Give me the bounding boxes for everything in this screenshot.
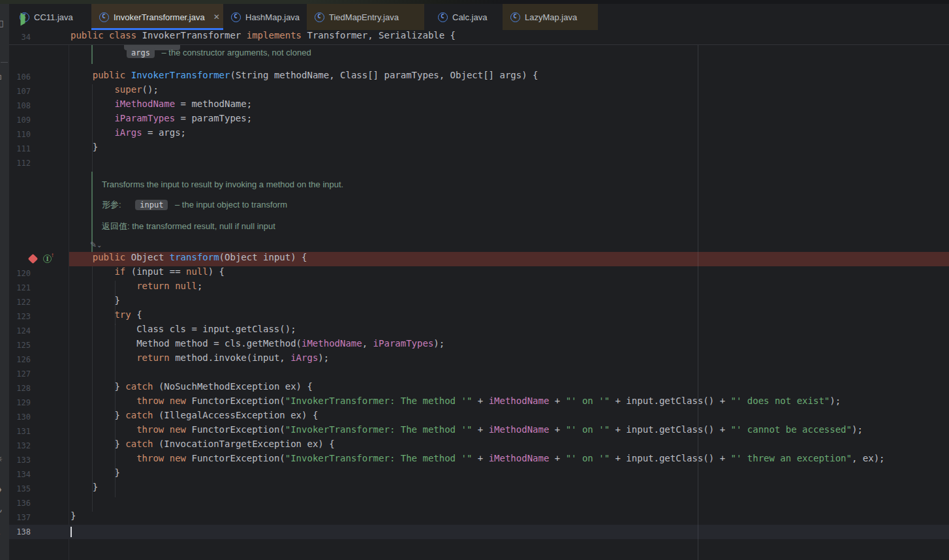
- code-text: } catch (NoSuchMethodException ex) {: [70, 381, 313, 392]
- line-number[interactable]: 111: [9, 142, 31, 156]
- line-number[interactable]: 122: [9, 295, 31, 309]
- method-breakpoint-icon[interactable]: [28, 254, 39, 264]
- code-line[interactable]: 128 } catch (NoSuchMethodException ex) {: [9, 381, 949, 396]
- python-console-icon[interactable]: ∿: [0, 505, 3, 515]
- code-line[interactable]: 110 iArgs = args;: [9, 127, 949, 142]
- code-line[interactable]: 109 iParamTypes = paramTypes;: [9, 113, 949, 127]
- code-line[interactable]: 122 }: [9, 295, 949, 309]
- code-line[interactable]: 120 if (input == null) {: [9, 266, 949, 281]
- code-text: public Object transform(Object input) {: [70, 252, 307, 262]
- structure-icon[interactable]: ⧉: [0, 72, 1, 82]
- tab-cc11[interactable]: C CC11.java: [12, 4, 91, 30]
- doc-returns: 返回值: the transformed result, null if nul…: [102, 219, 275, 234]
- line-number[interactable]: 135: [9, 482, 31, 496]
- doc-param-desc: – the input object to transform: [175, 200, 287, 210]
- vcs-icon[interactable]: ✳: [0, 454, 3, 464]
- code-line[interactable]: 124 Class cls = input.getClass();: [9, 324, 949, 338]
- dot-icon: •: [0, 121, 1, 131]
- line-number[interactable]: 124: [9, 324, 31, 338]
- code-text: iArgs = args;: [70, 127, 186, 138]
- line-number[interactable]: 134: [9, 467, 31, 482]
- code-text: Method method = cls.getMethod(iMethodNam…: [70, 338, 444, 349]
- code-line[interactable]: 137}: [9, 510, 949, 525]
- code-text: iMethodName = methodName;: [70, 99, 252, 109]
- line-number[interactable]: 107: [9, 84, 31, 99]
- tab-hashmap[interactable]: C HashMap.java: [223, 4, 305, 30]
- line-number[interactable]: 112: [9, 156, 31, 170]
- line-number[interactable]: 138: [9, 525, 31, 539]
- line-number[interactable]: 106: [9, 70, 31, 84]
- code-line[interactable]: 133 throw new FunctorException("InvokerT…: [9, 453, 949, 467]
- code-line[interactable]: 123 try {: [9, 309, 949, 324]
- tab-lazymap[interactable]: C LazyMap.java: [503, 4, 598, 30]
- code-line[interactable]: 126 return method.invoke(input, iArgs);: [9, 352, 949, 367]
- code-text: } catch (InvocationTargetException ex) {: [70, 439, 335, 449]
- run-overlay-icon: [21, 12, 33, 25]
- doc-render-toggle-icon[interactable]: ✎⌄: [90, 240, 102, 249]
- code-line[interactable]: 131 throw new FunctorException("InvokerT…: [9, 424, 949, 439]
- doc-param-row: 形参: input – the input object to transfor…: [102, 198, 287, 212]
- line-number[interactable]: 127: [9, 367, 31, 381]
- code-line[interactable]: 136: [9, 496, 949, 510]
- code-text: return method.invoke(input, iArgs);: [70, 352, 329, 363]
- editor-tab-bar: C CC11.java C InvokerTransformer.java ✕ …: [9, 4, 949, 30]
- terminal-icon[interactable]: ❯: [0, 484, 3, 494]
- line-number[interactable]: 128: [9, 381, 31, 396]
- code-text: Class cls = input.getClass();: [70, 324, 296, 334]
- doc-param-chip: input: [135, 200, 168, 210]
- code-text: super();: [70, 84, 159, 95]
- line-number[interactable]: 125: [9, 338, 31, 352]
- project-icon[interactable]: ◫: [0, 18, 3, 28]
- line-number[interactable]: 109: [9, 113, 31, 127]
- code-line[interactable]: 108 iMethodName = methodName;: [9, 99, 949, 113]
- tab-invokertransformer[interactable]: C InvokerTransformer.java ✕: [91, 4, 223, 30]
- code-text: try {: [70, 309, 142, 320]
- class-icon: C: [438, 12, 448, 22]
- line-number[interactable]: 137: [9, 510, 31, 525]
- class-icon: C: [315, 12, 324, 22]
- code-line[interactable]: 125 Method method = cls.getMethod(iMetho…: [9, 338, 949, 352]
- code-text: public InvokerTransformer(String methodN…: [70, 70, 538, 80]
- code-text: throw new FunctorException("InvokerTrans…: [70, 453, 885, 463]
- line-number[interactable]: 123: [9, 309, 31, 324]
- code-text: }: [70, 295, 120, 305]
- line-number[interactable]: 129: [9, 396, 31, 410]
- line-number[interactable]: 136: [9, 496, 31, 510]
- class-icon: C: [99, 12, 109, 22]
- code-line[interactable]: 111 }: [9, 142, 949, 156]
- code-text: }: [70, 142, 98, 152]
- line-number[interactable]: 131: [9, 424, 31, 439]
- code-line[interactable]: 132 } catch (InvocationTargetException e…: [9, 439, 949, 453]
- code-text: }: [70, 482, 98, 492]
- code-line[interactable]: 138: [9, 525, 949, 539]
- close-icon[interactable]: ✕: [213, 4, 220, 30]
- code-line[interactable]: 106 public InvokerTransformer(String met…: [9, 70, 949, 84]
- code-line[interactable]: 107 super();: [9, 84, 949, 99]
- tab-tiedmapentry[interactable]: C TiedMapEntry.java: [307, 4, 424, 30]
- line-number[interactable]: 34: [9, 30, 31, 44]
- tab-calc[interactable]: C Calc.java: [430, 4, 502, 30]
- code-text: }: [70, 510, 76, 521]
- line-number[interactable]: 120: [9, 266, 31, 281]
- code-line[interactable]: I↑ public Object transform(Object input)…: [9, 252, 949, 266]
- code-line[interactable]: 121 return null;: [9, 281, 949, 295]
- tab-label: TiedMapEntry.java: [329, 12, 399, 22]
- wrap-guide: [698, 30, 698, 560]
- code-line[interactable]: 112: [9, 156, 949, 170]
- line-number[interactable]: 121: [9, 281, 31, 295]
- line-number[interactable]: 110: [9, 127, 31, 142]
- code-line[interactable]: 135 }: [9, 482, 949, 496]
- line-number[interactable]: 108: [9, 99, 31, 113]
- code-line[interactable]: 127: [9, 367, 949, 381]
- sticky-line[interactable]: 34 public class InvokerTransformer imple…: [9, 30, 949, 45]
- line-number[interactable]: 132: [9, 439, 31, 453]
- code-line[interactable]: 130 } catch (IllegalAccessException ex) …: [9, 410, 949, 424]
- services-icon[interactable]: »: [0, 529, 1, 538]
- doc-param-row: args – the constructor arguments, not cl…: [127, 46, 311, 60]
- editor[interactable]: paramTypes args – the constructor argume…: [0, 30, 949, 560]
- line-number[interactable]: 133: [9, 453, 31, 467]
- code-line[interactable]: 134 }: [9, 467, 949, 482]
- line-number[interactable]: 126: [9, 352, 31, 367]
- line-number[interactable]: 130: [9, 410, 31, 424]
- code-line[interactable]: 129 throw new FunctorException("InvokerT…: [9, 396, 949, 410]
